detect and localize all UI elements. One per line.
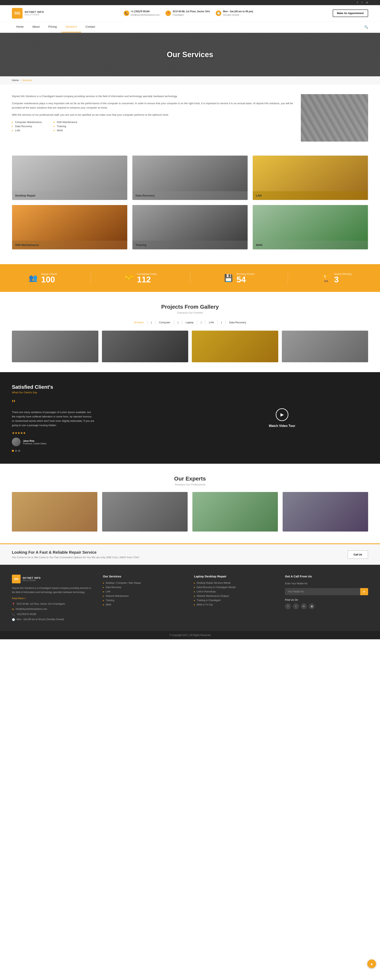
service-card-lan[interactable]: LAN: [252, 156, 368, 200]
filter-computer[interactable]: Computer: [155, 320, 174, 325]
video-section: ▶ Watch Video Tour: [196, 408, 368, 428]
footer-facebook-icon[interactable]: f: [285, 603, 291, 609]
footer-linkedin-icon[interactable]: in: [301, 603, 307, 609]
footer-send-button[interactable]: ➤: [360, 588, 368, 595]
appointment-button[interactable]: Make An Appointment: [333, 10, 368, 17]
service-card-training[interactable]: Training: [132, 205, 248, 250]
nav-link-service[interactable]: Service ▾: [61, 22, 81, 32]
award-label: Award Winning: [334, 272, 351, 275]
nav-item-about: About: [28, 22, 44, 32]
gallery-item-3[interactable]: [192, 331, 278, 362]
find-us-label: Find Us On: [285, 598, 368, 601]
social-facebook[interactable]: f: [357, 1, 358, 4]
nav-link-about[interactable]: About: [28, 22, 44, 32]
testimonial-content: Satisfied Client's What Our Client's Say…: [12, 384, 184, 452]
social-linkedin[interactable]: in: [366, 1, 368, 4]
nav-link-pricing[interactable]: Pricing: [44, 22, 61, 32]
stat-completed-deals: 🤝 Completed Deals 112: [125, 272, 157, 284]
fs-item-1: Desktop / Computer / Mac Repair: [103, 582, 186, 584]
cta-title: Looking For A Fast & Reliable Repair Ser…: [12, 550, 139, 555]
footer-phone-input[interactable]: [285, 588, 360, 595]
filter-laptop[interactable]: Laptop: [182, 320, 197, 325]
award-number: 3: [334, 275, 351, 284]
gallery-item-4[interactable]: [282, 331, 368, 362]
service-card-desktop[interactable]: Desktop Repair: [12, 156, 128, 200]
breadcrumb: Home › Services: [0, 76, 380, 84]
nav-link-home[interactable]: Home: [12, 22, 28, 32]
copyright-text: © Copyright 2017 | All Rights Reserved: [169, 634, 211, 636]
fs-item-6: WAN: [103, 603, 186, 606]
footer-social-icons: f t in ▣: [285, 603, 368, 609]
service-item-nw: N/W Maintenance: [54, 121, 77, 124]
footer-instagram-icon[interactable]: ▣: [309, 603, 315, 609]
stat-award-winning: 🏆 Award Winning 3: [322, 272, 351, 284]
filter-sep-4: |: [217, 320, 225, 325]
about-text: Skynet Info Solutions is a Chandigarh ba…: [12, 94, 293, 133]
footer-bottom: © Copyright 2017 | All Rights Reserved: [0, 631, 380, 639]
gallery-item-1[interactable]: [12, 331, 98, 362]
site-header: SIS SKYNET INFO SOLUTIONS 📞 +1 (783)79 5…: [0, 5, 380, 22]
service-card-nw[interactable]: N/W Maintainance: [12, 205, 128, 250]
service-card-data[interactable]: Data Recovery: [132, 156, 248, 200]
footer-grid: SIS SKYNET INFO SOLUTIONS Skynet Info So…: [12, 574, 368, 631]
about-para-2: Computer maintenance plays a very import…: [12, 101, 293, 110]
dot-2[interactable]: [15, 450, 17, 452]
phone-number: +1 (783)79 55184: [131, 10, 160, 13]
dot-1[interactable]: [12, 450, 14, 452]
dot-3[interactable]: [18, 450, 20, 452]
filter-data-recovery[interactable]: Data Recovery: [226, 320, 250, 325]
nav-link-contact[interactable]: Contact: [81, 22, 99, 32]
footer-services-title: Our Services: [103, 574, 186, 578]
star-rating: ★★★★★: [12, 431, 184, 435]
stat-running-procet: 💾 Running Procet 54: [224, 272, 254, 284]
procet-number: 54: [236, 275, 254, 284]
social-twitter[interactable]: t: [362, 1, 362, 4]
gallery-item-2[interactable]: [102, 331, 188, 362]
footer-logo: SIS SKYNET INFO SOLUTIONS: [12, 574, 95, 583]
about-services-list: Computer Maintenance Data Recovery LAN N…: [12, 121, 293, 133]
breadcrumb-home[interactable]: Home: [12, 79, 19, 82]
footer-laptop-list: Desktop Repair Services Mohali Data Reco…: [194, 582, 277, 606]
testi-text: There are many variations of passages of…: [12, 410, 95, 428]
experts-sub: Introduce Our Professional: [12, 483, 368, 486]
award-icon: 🏆: [322, 274, 331, 282]
cta-strip: Looking For A Fast & Reliable Repair Ser…: [0, 543, 380, 565]
testi-author: Jane Roe Professor, United States: [12, 438, 184, 446]
breadcrumb-separator: ›: [20, 79, 21, 82]
services-right: N/W Maintenance Training WAN: [54, 121, 77, 133]
expert-card-2[interactable]: [102, 492, 188, 531]
service-item-computer: Computer Maintenance: [12, 121, 42, 124]
cta-text: Looking For A Fast & Reliable Repair Ser…: [12, 550, 139, 559]
breadcrumb-current: Services: [22, 79, 32, 82]
expert-card-1[interactable]: [12, 492, 97, 531]
email-icon: ✉: [12, 608, 14, 611]
fl-item-2: Data Recovery in Chandigarh Mohali: [194, 586, 277, 589]
fs-item-3: LAN: [103, 590, 186, 593]
services-row-1: Desktop Repair Data Recovery LAN: [12, 156, 368, 200]
expert-card-3[interactable]: [192, 492, 278, 531]
footer-read-more[interactable]: Read More »: [12, 597, 26, 600]
address-city: Chandigarh: [172, 14, 184, 16]
header-phone: 📞 +1 (783)79 55184 info@skynetinfosoluti…: [124, 10, 160, 17]
footer-twitter-icon[interactable]: t: [293, 603, 299, 609]
fl-item-4: Network Maintenance Zirakpur: [194, 595, 277, 597]
service-label-desktop: Desktop Repair: [12, 191, 127, 200]
expert-card-4[interactable]: [283, 492, 368, 531]
location-icon: 📍: [166, 11, 171, 16]
footer-laptop-title: Laptop Desktop Repair: [194, 574, 277, 578]
filter-lan[interactable]: LAN: [205, 320, 217, 325]
search-icon[interactable]: 🔍: [364, 25, 368, 29]
filter-sep-2: |: [174, 320, 182, 325]
service-card-wan[interactable]: WAN: [252, 205, 368, 250]
hero-section: Our Services: [0, 33, 380, 76]
footer-address-item: 📍 SCO 93-88, 1st Floor, Sector JAA Chand…: [12, 603, 95, 606]
service-label-nw: N/W Maintainance: [12, 241, 127, 249]
footer-services-col: Our Services Desktop / Computer / Mac Re…: [103, 574, 186, 623]
call-us-button[interactable]: Call Us: [348, 550, 368, 559]
play-button[interactable]: ▶: [276, 408, 288, 421]
map-icon: 📍: [12, 603, 15, 606]
about-para-3: With the services of our professional st…: [12, 113, 293, 117]
filter-all[interactable]: All Items: [130, 320, 147, 325]
procet-label: Running Procet: [236, 272, 254, 275]
service-item-data: Data Recovery: [12, 125, 42, 128]
